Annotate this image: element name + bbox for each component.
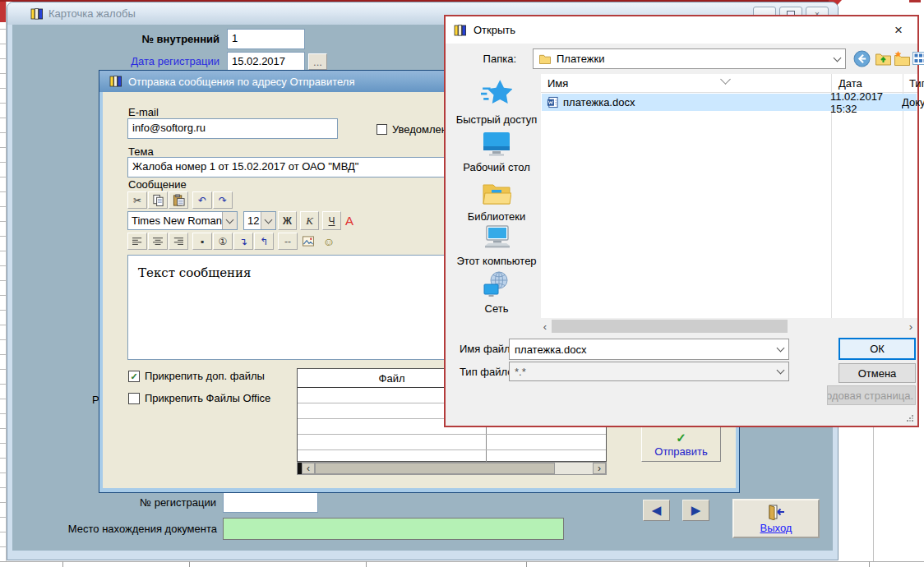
indent-button[interactable]: ↴ bbox=[233, 233, 253, 250]
file-modified: 11.02.2017 15:32 bbox=[830, 90, 902, 115]
file-list-scrollbar[interactable]: ‹ › bbox=[538, 320, 917, 333]
sidebar-item-libraries[interactable]: Библиотеки bbox=[450, 181, 543, 223]
message-label: Сообщение bbox=[128, 178, 187, 191]
app-book-icon bbox=[109, 75, 122, 88]
attach-office-checkbox[interactable] bbox=[128, 393, 140, 404]
folder-select[interactable]: Платежки bbox=[533, 48, 846, 69]
scroll-left-button[interactable]: ‹ bbox=[302, 463, 315, 474]
sidebar-item-desktop[interactable]: Рабочий стол bbox=[450, 131, 543, 173]
font-size-select[interactable]: 12 bbox=[243, 211, 276, 230]
outdent-button[interactable]: ↰ bbox=[254, 233, 274, 250]
sidebar-item-label: Сеть bbox=[450, 302, 543, 315]
dialog-close-button[interactable]: × bbox=[889, 21, 908, 39]
horizontal-rule-button[interactable]: -- bbox=[278, 233, 298, 250]
chevron-down-icon bbox=[834, 53, 842, 62]
attachment-table-scrollbar[interactable]: ‹ › bbox=[297, 462, 607, 475]
word-file-icon bbox=[547, 96, 559, 108]
chevron-down-icon bbox=[777, 344, 785, 353]
sidebar-item-this-pc[interactable]: Этот компьютер bbox=[450, 225, 543, 267]
paste-button[interactable] bbox=[169, 191, 188, 209]
font-size-dropdown[interactable] bbox=[261, 212, 275, 229]
column-header-name[interactable]: Имя bbox=[547, 77, 568, 90]
scroll-right-button[interactable]: › bbox=[904, 320, 917, 333]
background-grid-strip bbox=[0, 0, 7, 567]
numbered-list-button[interactable]: ① bbox=[213, 233, 233, 250]
file-row-selected[interactable]: платежка.docx 11.02.2017 15:32 Документ bbox=[542, 94, 917, 111]
column-header-type[interactable]: Тип bbox=[909, 77, 924, 90]
notify-checkbox[interactable] bbox=[377, 124, 387, 135]
back-button[interactable] bbox=[853, 50, 871, 67]
scroll-left-icon: ‹ bbox=[543, 320, 547, 333]
undo-icon: ↶ bbox=[198, 195, 206, 206]
smiley-button[interactable]: ☺ bbox=[319, 233, 339, 250]
exit-button-label: Выход bbox=[760, 522, 792, 534]
underline-icon: Ч bbox=[329, 215, 335, 227]
sidebar-item-network[interactable]: Сеть bbox=[450, 271, 543, 315]
filetype-value: *.* bbox=[515, 366, 773, 378]
font-size-value: 12 bbox=[244, 214, 261, 227]
exit-button[interactable]: Выход bbox=[732, 499, 820, 538]
resize-grip[interactable] bbox=[906, 414, 914, 422]
scroll-right-icon: › bbox=[598, 463, 601, 474]
registration-number-input[interactable] bbox=[223, 492, 318, 513]
cut-button[interactable]: ✂ bbox=[127, 191, 147, 209]
date-picker-button[interactable]: ... bbox=[308, 53, 327, 70]
background-red-sliver bbox=[909, 0, 921, 2]
left-arrow-icon: ◀ bbox=[652, 503, 662, 518]
grid-tick bbox=[869, 561, 870, 567]
views-menu-button[interactable] bbox=[912, 52, 924, 65]
subject-label: Тема bbox=[128, 145, 154, 158]
scissors-icon: ✂ bbox=[133, 195, 141, 206]
back-icon bbox=[853, 50, 871, 67]
copy-button[interactable] bbox=[148, 191, 168, 209]
registration-date-label[interactable]: Дата регистрации bbox=[90, 55, 219, 67]
previous-record-button[interactable]: ◀ bbox=[643, 500, 670, 521]
scroll-right-icon: › bbox=[909, 320, 912, 333]
align-center-icon bbox=[152, 237, 164, 247]
scroll-right-button[interactable]: › bbox=[593, 463, 606, 474]
filetype-combo[interactable]: *.* bbox=[509, 362, 789, 381]
align-left-button[interactable] bbox=[127, 233, 147, 250]
new-folder-button[interactable] bbox=[894, 50, 911, 67]
undo-button[interactable]: ↶ bbox=[192, 191, 212, 209]
scrollbar-thumb[interactable] bbox=[552, 320, 788, 333]
attach-files-checkbox[interactable]: ✓ bbox=[128, 371, 140, 382]
redo-button[interactable]: ↷ bbox=[213, 191, 233, 209]
grid-tick bbox=[189, 561, 190, 567]
scroll-left-button[interactable]: ‹ bbox=[538, 320, 552, 333]
align-center-button[interactable] bbox=[148, 233, 168, 250]
checkmark-icon: ✓ bbox=[130, 371, 137, 382]
right-arrow-icon: ▶ bbox=[691, 503, 701, 518]
filename-combo[interactable]: платежка.docx bbox=[509, 339, 789, 360]
bold-button[interactable]: Ж bbox=[278, 211, 297, 230]
send-message-title: Отправка сообщения по адресу Отправителя bbox=[128, 76, 354, 88]
insert-picture-button[interactable] bbox=[298, 233, 318, 250]
font-family-dropdown[interactable] bbox=[222, 212, 237, 229]
document-location-input[interactable] bbox=[223, 518, 564, 540]
quick-access-icon bbox=[481, 77, 512, 108]
align-right-button[interactable] bbox=[169, 233, 188, 250]
table-row[interactable] bbox=[298, 435, 606, 450]
checkmark-icon: ✓ bbox=[676, 431, 686, 444]
underline-button[interactable]: Ч bbox=[322, 211, 341, 230]
libraries-icon bbox=[482, 181, 511, 205]
email-input[interactable]: info@softorg.ru bbox=[127, 118, 338, 139]
align-left-icon bbox=[132, 237, 143, 247]
background-red-corner bbox=[0, 0, 6, 22]
internal-number-input[interactable]: 1 bbox=[227, 29, 305, 49]
font-family-value: Times New Roman bbox=[128, 214, 222, 227]
grid-tick bbox=[62, 561, 63, 567]
sidebar-item-label: Этот компьютер bbox=[450, 255, 543, 267]
bullet-list-button[interactable]: ▪ bbox=[192, 233, 212, 250]
open-dialog-titlebar[interactable]: Открыть bbox=[446, 16, 917, 44]
sidebar-item-quick-access[interactable]: Быстрый доступ bbox=[450, 77, 543, 126]
italic-button[interactable]: К bbox=[300, 211, 319, 230]
cancel-button[interactable]: Отмена bbox=[839, 363, 916, 383]
send-button[interactable]: ✓ Отправить bbox=[641, 426, 721, 462]
font-color-button[interactable]: А bbox=[345, 214, 353, 228]
up-one-level-button[interactable] bbox=[875, 50, 892, 67]
ok-button[interactable]: ОК bbox=[839, 338, 916, 360]
font-family-select[interactable]: Times New Roman bbox=[127, 211, 238, 230]
next-record-button[interactable]: ▶ bbox=[682, 500, 709, 521]
scrollbar-thumb[interactable] bbox=[315, 463, 555, 474]
